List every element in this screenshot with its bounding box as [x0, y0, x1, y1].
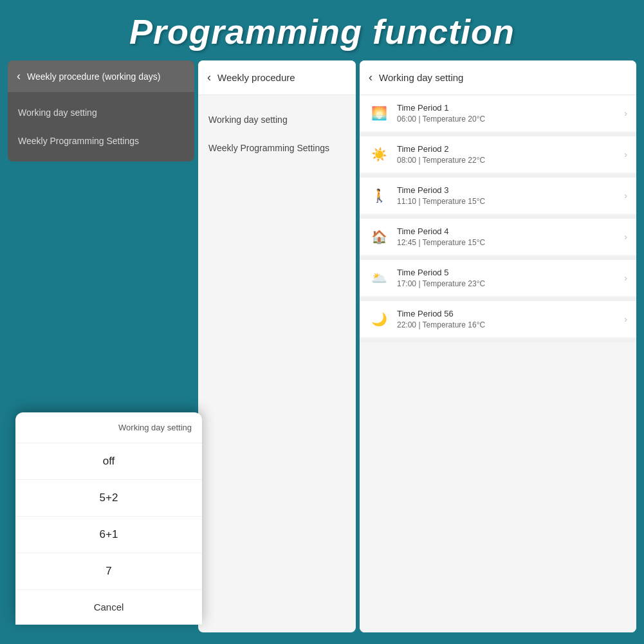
time-period-5-temp: Temperature 23°C — [423, 279, 486, 288]
panel-middle-title: Weekly procedure — [217, 72, 295, 83]
time-period-6-icon: 🌙 — [369, 309, 389, 329]
header: Programming function — [0, 0, 644, 60]
panel-left-back-button[interactable]: ‹ — [17, 69, 21, 83]
time-period-3-chevron: › — [624, 190, 627, 201]
bottom-sheet-cancel-button[interactable]: Cancel — [15, 590, 202, 625]
bottom-sheet-option-7[interactable]: 7 — [15, 553, 202, 590]
time-period-2-icon: ☀️ — [369, 144, 389, 165]
time-period-6-temp: Temperature 16°C — [423, 320, 486, 329]
time-period-5-info: Time Period 5 17:00 | Temperature 23°C — [397, 268, 616, 288]
time-period-6-chevron: › — [624, 314, 627, 324]
time-period-1-info: Time Period 1 06:00 | Temperature 20°C — [397, 103, 616, 124]
bottom-sheet: Working day setting off 5+2 6+1 7 Cancel — [15, 412, 202, 625]
time-period-6-time: 22:00 — [397, 320, 416, 329]
left-panel-wrapper: ‹ Weekly procedure (working days) Workin… — [8, 60, 194, 632]
time-period-3-name: Time Period 3 — [397, 185, 616, 195]
time-period-list: 🌅 Time Period 1 06:00 | Temperature 20°C… — [360, 95, 636, 632]
time-period-5-icon: 🌥️ — [369, 268, 389, 288]
panel-left-working-day[interactable]: Working day setting — [18, 105, 184, 120]
time-period-2-temp: Temperature 22°C — [423, 156, 486, 165]
time-period-4-chevron: › — [624, 232, 627, 242]
separator-6 — [360, 338, 636, 342]
time-period-4-info: Time Period 4 12:45 | Temperature 15°C — [397, 226, 616, 247]
time-period-2-name: Time Period 2 — [397, 144, 616, 154]
panel-middle-list: Working day setting Weekly Programming S… — [198, 95, 356, 172]
time-period-4-name: Time Period 4 — [397, 226, 616, 236]
time-period-1-temp: Temperature 20°C — [423, 115, 486, 124]
time-period-6-info: Time Period 56 22:00 | Temperature 16°C — [397, 309, 616, 329]
panel-left: ‹ Weekly procedure (working days) Workin… — [8, 60, 194, 161]
bottom-sheet-option-off[interactable]: off — [15, 443, 202, 480]
time-period-3[interactable]: 🚶 Time Period 3 11:10 | Temperature 15°C… — [360, 178, 636, 214]
panel-middle-weekly-programming[interactable]: Weekly Programming Settings — [208, 143, 345, 153]
time-period-5[interactable]: 🌥️ Time Period 5 17:00 | Temperature 23°… — [360, 260, 636, 296]
panel-left-title: Weekly procedure (working days) — [27, 71, 161, 82]
time-period-4-time: 12:45 — [397, 238, 416, 247]
time-period-2-chevron: › — [624, 149, 627, 160]
time-period-2-info: Time Period 2 08:00 | Temperature 22°C — [397, 144, 616, 165]
time-period-3-temp: Temperature 15°C — [423, 197, 486, 206]
time-period-6[interactable]: 🌙 Time Period 56 22:00 | Temperature 16°… — [360, 301, 636, 337]
main-content: ‹ Weekly procedure (working days) Workin… — [0, 60, 644, 640]
time-period-3-time: 11:10 — [397, 197, 416, 206]
time-period-6-detail: 22:00 | Temperature 16°C — [397, 320, 616, 329]
panel-left-weekly-programming[interactable]: Weekly Programming Settings — [18, 133, 184, 149]
time-period-1-icon: 🌅 — [369, 103, 389, 124]
time-period-3-detail: 11:10 | Temperature 15°C — [397, 197, 616, 206]
time-period-1-time: 06:00 — [397, 115, 416, 124]
bottom-sheet-option-5plus2[interactable]: 5+2 — [15, 480, 202, 517]
time-period-5-name: Time Period 5 — [397, 268, 616, 277]
time-period-1-detail: 06:00 | Temperature 20°C — [397, 115, 616, 124]
panel-right-back-button[interactable]: ‹ — [369, 71, 373, 84]
time-period-2-time: 08:00 — [397, 156, 416, 165]
panel-right-title: Working day setting — [379, 72, 463, 83]
panel-left-header: ‹ Weekly procedure (working days) — [8, 60, 194, 92]
time-period-2-detail: 08:00 | Temperature 22°C — [397, 156, 616, 165]
bottom-sheet-option-6plus1[interactable]: 6+1 — [15, 517, 202, 553]
panel-right: ‹ Working day setting 🌅 Time Period 1 06… — [360, 60, 636, 632]
time-period-4-detail: 12:45 | Temperature 15°C — [397, 238, 616, 247]
bottom-sheet-header: Working day setting — [15, 412, 202, 443]
panel-middle-header: ‹ Weekly procedure — [198, 60, 356, 95]
time-period-1-name: Time Period 1 — [397, 103, 616, 113]
time-period-2[interactable]: ☀️ Time Period 2 08:00 | Temperature 22°… — [360, 136, 636, 172]
time-period-1-chevron: › — [624, 108, 627, 118]
panel-middle: ‹ Weekly procedure Working day setting W… — [198, 60, 356, 632]
panel-right-header: ‹ Working day setting — [360, 60, 636, 95]
page-title: Programming function — [129, 12, 515, 51]
time-period-4-icon: 🏠 — [369, 226, 389, 247]
panel-left-menu: Working day setting Weekly Programming S… — [8, 92, 194, 161]
time-period-6-name: Time Period 56 — [397, 309, 616, 318]
time-period-5-detail: 17:00 | Temperature 23°C — [397, 279, 616, 288]
panel-middle-back-button[interactable]: ‹ — [207, 71, 211, 84]
time-period-4-temp: Temperature 15°C — [423, 238, 486, 247]
time-period-5-chevron: › — [624, 273, 627, 283]
panel-middle-working-day[interactable]: Working day setting — [208, 115, 345, 125]
time-period-3-icon: 🚶 — [369, 185, 389, 206]
time-period-1[interactable]: 🌅 Time Period 1 06:00 | Temperature 20°C… — [360, 95, 636, 131]
time-period-3-info: Time Period 3 11:10 | Temperature 15°C — [397, 185, 616, 206]
time-period-4[interactable]: 🏠 Time Period 4 12:45 | Temperature 15°C… — [360, 219, 636, 255]
time-period-5-time: 17:00 — [397, 279, 416, 288]
